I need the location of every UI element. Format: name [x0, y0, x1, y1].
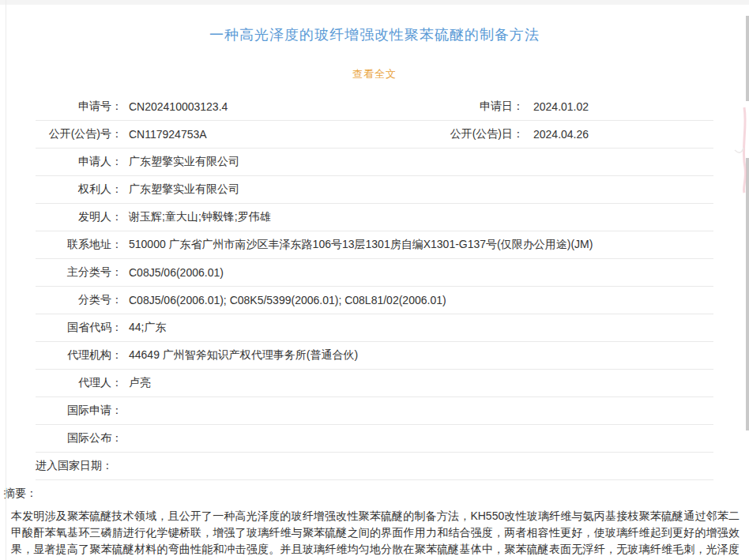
- field-value: 广东塑擎实业有限公司: [122, 155, 713, 169]
- field-value: CN117924753A: [122, 128, 397, 141]
- abstract-text: 本发明涉及聚苯硫醚技术领域，且公开了一种高光泽度的玻纤增强改性聚苯硫醚的制备方法…: [11, 508, 740, 560]
- field-label: 分类号：: [36, 293, 122, 307]
- view-full-text-link[interactable]: 查看全文: [352, 67, 397, 81]
- field-value: 44649 广州智斧知识产权代理事务所(普通合伙): [122, 348, 713, 363]
- field-label: 代理人：: [36, 376, 122, 390]
- field-label: 进入国家日期：: [36, 459, 113, 473]
- field-value: 510000 广东省广州市南沙区丰泽东路106号13层1301房自编X1301-…: [122, 238, 713, 252]
- field-label: 国省代码：: [36, 321, 122, 335]
- field-value: 广东塑擎实业有限公司: [122, 182, 713, 197]
- table-row-rights-holder: 权利人： 广东塑擎实业有限公司: [36, 176, 713, 204]
- abstract-label-row: 摘要：: [0, 480, 749, 507]
- table-row-inventors: 发明人： 谢玉辉;童大山;钟毅锋;罗伟雄: [36, 204, 713, 231]
- field-label: 申请日：: [397, 100, 524, 114]
- field-value: C08J5/06(2006.01): [122, 266, 713, 279]
- table-row-international-application: 国际申请：: [36, 397, 713, 425]
- table-row-application-number: 申请号： CN202410003123.4 申请日： 2024.01.02: [36, 93, 713, 121]
- page-left-border: [6, 0, 6, 560]
- table-row-applicant: 申请人： 广东塑擎实业有限公司: [36, 148, 713, 176]
- page-top-band: [0, 0, 749, 5]
- field-value: 44;广东: [122, 321, 713, 335]
- table-row-publication-number: 公开(公告)号： CN117924753A 公开(公告)日： 2024.04.2…: [36, 121, 713, 148]
- field-value: C08J5/06(2006.01); C08K5/5399(2006.01); …: [122, 294, 713, 306]
- field-value: 卢亮: [122, 376, 713, 390]
- patent-info-table: 申请号： CN202410003123.4 申请日： 2024.01.02 公开…: [36, 93, 713, 480]
- table-row-national-entry-date: 进入国家日期：: [36, 453, 713, 480]
- table-row-classification: 分类号： C08J5/06(2006.01); C08K5/5399(2006.…: [36, 287, 713, 314]
- field-label: 申请人：: [36, 155, 122, 169]
- field-label: 权利人：: [36, 182, 122, 197]
- field-value: CN202410003123.4: [122, 100, 397, 113]
- field-label: 申请号：: [36, 100, 122, 114]
- field-label: 代理机构：: [36, 348, 122, 363]
- field-label: 公开(公告)日：: [397, 127, 524, 141]
- field-label: 发明人：: [36, 210, 122, 224]
- table-row-agency: 代理机构： 44649 广州智斧知识产权代理事务所(普通合伙): [36, 342, 713, 370]
- field-value: 2024.01.02: [524, 100, 713, 113]
- table-row-province-code: 国省代码： 44;广东: [36, 314, 713, 342]
- table-row-contact-address: 联系地址： 510000 广东省广州市南沙区丰泽东路106号13层1301房自编…: [36, 231, 713, 259]
- field-value: 谢玉辉;童大山;钟毅锋;罗伟雄: [122, 210, 713, 224]
- abstract-label: 摘要：: [4, 487, 37, 501]
- field-label: 主分类号：: [36, 265, 122, 280]
- table-row-international-publication: 国际公布：: [36, 425, 713, 453]
- header: 一种高光泽度的玻纤增强改性聚苯硫醚的制备方法 查看全文: [0, 0, 749, 81]
- field-label: 联系地址：: [36, 238, 122, 252]
- field-label: 公开(公告)号：: [36, 127, 122, 141]
- scrollbar[interactable]: [746, 158, 749, 430]
- patent-title: 一种高光泽度的玻纤增强改性聚苯硫醚的制备方法: [0, 25, 749, 44]
- field-label: 国际申请：: [36, 404, 122, 418]
- field-value: 2024.04.26: [524, 128, 713, 141]
- table-row-main-classification: 主分类号： C08J5/06(2006.01): [36, 259, 713, 287]
- table-row-agent: 代理人： 卢亮: [36, 370, 713, 397]
- field-label: 国际公布：: [36, 431, 122, 445]
- scrollbar[interactable]: [746, 16, 749, 101]
